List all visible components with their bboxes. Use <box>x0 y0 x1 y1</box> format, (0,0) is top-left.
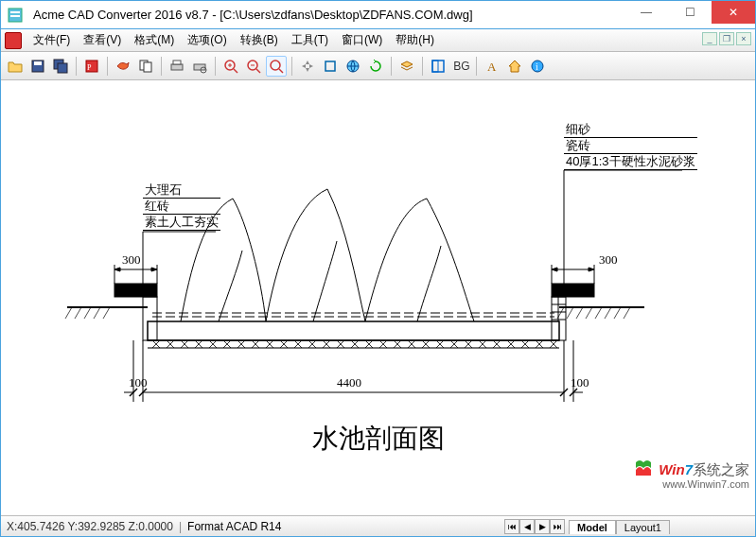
menu-format[interactable]: 格式(M) <box>129 30 180 50</box>
svg-rect-2 <box>10 15 20 17</box>
window-title: Acme CAD Converter 2016 v8.7 - [C:\Users… <box>29 8 624 22</box>
svg-line-44 <box>614 307 621 319</box>
svg-rect-1 <box>10 11 20 13</box>
right-material-labels: 细砂 瓷砖 40厚1:3干硬性水泥砂浆 <box>564 122 697 170</box>
svg-line-23 <box>279 69 283 73</box>
close-button[interactable]: ✕ <box>712 1 755 24</box>
menu-options[interactable]: 选项(O) <box>182 30 232 50</box>
toolbar-separator <box>422 57 423 76</box>
svg-line-20 <box>256 69 260 73</box>
zoom-extents-button[interactable] <box>320 56 341 77</box>
dim-bottom-center: 4400 <box>337 375 361 390</box>
menubar: 文件(F) 查看(V) 格式(M) 选项(O) 转换(B) 工具(T) 窗口(W… <box>1 29 755 52</box>
svg-rect-27 <box>432 61 438 72</box>
layers-button[interactable] <box>396 56 417 77</box>
minimize-button[interactable]: — <box>624 1 668 24</box>
mdi-controls: _ ❐ × <box>702 32 751 45</box>
tab-prev-button[interactable]: ◀ <box>519 519 535 534</box>
toolbar: P BG A i <box>1 52 755 80</box>
app-icon <box>1 1 29 29</box>
batch-button[interactable] <box>135 56 156 77</box>
dim-bottom-left: 100 <box>129 375 148 390</box>
menu-view[interactable]: 查看(V) <box>78 30 127 50</box>
save-button[interactable] <box>27 56 48 77</box>
convert-pdf-button[interactable]: P <box>81 56 102 77</box>
svg-rect-6 <box>58 63 67 73</box>
svg-rect-46 <box>148 321 559 340</box>
tab-next-button[interactable]: ▶ <box>535 519 550 534</box>
zoom-window-button[interactable] <box>266 56 287 77</box>
status-format: Format ACAD R14 <box>187 520 281 533</box>
maximize-button[interactable]: ☐ <box>668 1 712 24</box>
dim-right-300: 300 <box>599 252 618 268</box>
titlebar: Acme CAD Converter 2016 v8.7 - [C:\Users… <box>1 1 755 29</box>
svg-line-39 <box>567 307 573 319</box>
statusbar: X:405.7426 Y:392.9285 Z:0.0000 | Format … <box>1 515 755 536</box>
font-button[interactable]: A <box>482 56 502 77</box>
drawing-canvas[interactable]: 大理石 红砖 素土人工夯实 细砂 瓷砖 40厚1:3干硬性水泥砂浆 300 30… <box>1 80 755 515</box>
svg-rect-10 <box>144 62 151 72</box>
toolbar-separator <box>291 57 292 76</box>
svg-line-42 <box>595 307 602 319</box>
svg-rect-24 <box>325 61 335 71</box>
drawing-title: 水池剖面图 <box>312 421 445 457</box>
tab-last-button[interactable]: ⏭ <box>550 519 565 534</box>
dim-bottom-right: 100 <box>571 375 589 390</box>
info-button[interactable]: i <box>527 56 548 77</box>
svg-line-45 <box>624 307 630 319</box>
tab-model[interactable]: Model <box>569 520 616 534</box>
regen-button[interactable] <box>365 56 386 77</box>
svg-line-40 <box>576 307 583 319</box>
layout-button[interactable] <box>428 56 448 77</box>
svg-line-33 <box>65 307 72 319</box>
svg-text:A: A <box>487 60 497 74</box>
svg-text:P: P <box>87 63 92 72</box>
menu-help[interactable]: 帮助(H) <box>390 30 440 50</box>
svg-rect-4 <box>34 61 42 65</box>
toolbar-separator <box>76 57 77 76</box>
svg-line-43 <box>605 307 611 319</box>
svg-point-22 <box>271 61 280 70</box>
print-button[interactable] <box>167 56 187 77</box>
left-material-labels: 大理石 红砖 素土人工夯实 <box>143 182 220 231</box>
svg-rect-11 <box>171 64 183 70</box>
open-button[interactable] <box>5 56 26 77</box>
svg-line-37 <box>103 307 110 319</box>
bg-color-button[interactable]: BG <box>450 56 471 77</box>
home-button[interactable] <box>504 56 525 77</box>
window-controls: — ☐ ✕ <box>624 1 755 28</box>
tab-first-button[interactable]: ⏮ <box>504 519 519 534</box>
mdi-close-button[interactable]: × <box>736 32 751 45</box>
svg-text:i: i <box>536 61 538 72</box>
tab-layout1[interactable]: Layout1 <box>616 520 670 534</box>
save-all-button[interactable] <box>50 56 71 77</box>
toolbar-separator <box>161 57 162 76</box>
layout-tabs: ⏮ ◀ ▶ ⏭ Model Layout1 <box>504 519 670 534</box>
globe-button[interactable] <box>343 56 363 77</box>
mdi-minimize-button[interactable]: _ <box>702 32 717 45</box>
menu-convert[interactable]: 转换(B) <box>235 30 284 50</box>
status-coords: X:405.7426 Y:392.9285 Z:0.0000 <box>7 520 173 533</box>
svg-line-34 <box>75 307 81 319</box>
svg-line-41 <box>586 307 592 319</box>
pan-button[interactable] <box>297 56 318 77</box>
svg-line-16 <box>234 69 237 73</box>
svg-rect-52 <box>552 284 594 297</box>
app-window: Acme CAD Converter 2016 v8.7 - [C:\Users… <box>0 0 756 537</box>
mdi-restore-button[interactable]: ❐ <box>719 32 734 45</box>
print-preview-button[interactable] <box>189 56 210 77</box>
svg-rect-12 <box>173 61 181 64</box>
zoom-in-button[interactable] <box>220 56 241 77</box>
zoom-out-button[interactable] <box>243 56 264 77</box>
toolbar-separator <box>391 57 392 76</box>
svg-rect-51 <box>114 284 157 297</box>
toolbar-separator <box>476 57 477 76</box>
bird-button[interactable] <box>113 56 133 77</box>
dim-left-300: 300 <box>122 252 141 268</box>
menu-window[interactable]: 窗口(W) <box>336 30 388 50</box>
menu-tools[interactable]: 工具(T) <box>286 30 334 50</box>
menu-file[interactable]: 文件(F) <box>27 30 76 50</box>
app-menu-icon[interactable] <box>5 32 22 49</box>
toolbar-separator <box>107 57 108 76</box>
svg-line-35 <box>84 307 91 319</box>
